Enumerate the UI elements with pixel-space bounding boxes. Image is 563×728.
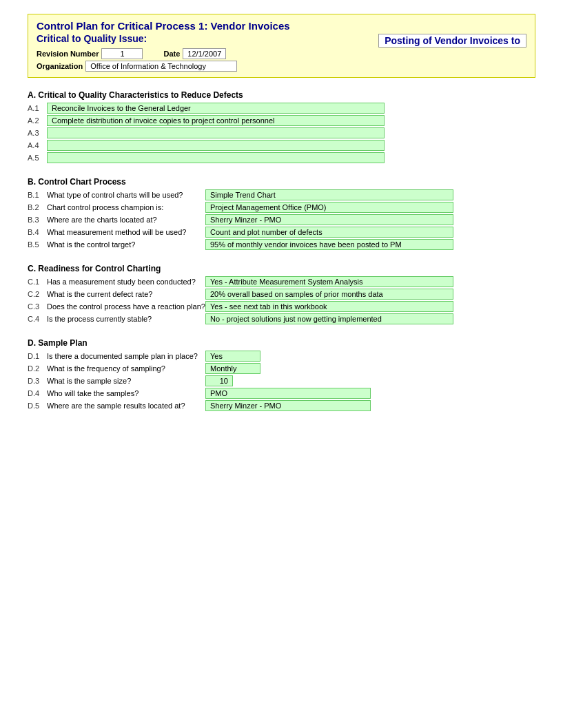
- list-item: D.3 What is the sample size? 10: [28, 375, 535, 386]
- main-title: Control Plan for Critical Process 1: Ven…: [37, 20, 526, 32]
- row-question: Who will take the samples?: [47, 389, 205, 397]
- row-answer: Sherry Minzer - PMO: [205, 400, 371, 411]
- row-id: B.3: [28, 216, 47, 224]
- row-answer: Project Management Office (PMO): [205, 202, 453, 213]
- row-answer: Simple Trend Chart: [205, 189, 453, 200]
- date-value: 12/1/2007: [183, 48, 226, 59]
- row-question: What type of control charts will be used…: [47, 191, 205, 199]
- list-item: A.3: [28, 127, 535, 138]
- row-question: Does the control process have a reaction…: [47, 302, 205, 311]
- row-question: Has a measurement study been conducted?: [47, 278, 205, 286]
- section-a-title: A. Critical to Quality Characteristics t…: [28, 90, 535, 100]
- section-b-title: B. Control Chart Process: [28, 177, 535, 187]
- row-answer: [47, 127, 385, 138]
- row-answer: Complete distribution of invoice copies …: [47, 115, 385, 126]
- row-question: Is the process currently stable?: [47, 315, 205, 323]
- row-answer: 10: [205, 375, 233, 386]
- row-answer: 20% overall based on samples of prior mo…: [205, 289, 453, 300]
- list-item: C.4 Is the process currently stable? No …: [28, 313, 535, 324]
- row-answer: [47, 140, 385, 151]
- list-item: A.1 Reconcile Invoices to the General Le…: [28, 103, 535, 114]
- row-question: What measurement method will be used?: [47, 228, 205, 236]
- row-id: B.1: [28, 191, 47, 199]
- row-id: D.3: [28, 377, 47, 385]
- row-answer: Yes - Attribute Measurement System Analy…: [205, 276, 453, 287]
- list-item: B.4 What measurement method will be used…: [28, 227, 535, 238]
- row-answer: Count and plot number of defects: [205, 227, 453, 238]
- date-label: Date: [163, 50, 180, 58]
- row-question: What is the current defect rate?: [47, 290, 205, 298]
- section-b: B. Control Chart Process B.1 What type o…: [28, 177, 535, 250]
- section-c: C. Readiness for Control Charting C.1 Ha…: [28, 264, 535, 324]
- row-id: D.5: [28, 402, 47, 410]
- list-item: A.5: [28, 152, 535, 163]
- row-id: B.5: [28, 240, 47, 249]
- row-id: B.2: [28, 203, 47, 211]
- section-c-title: C. Readiness for Control Charting: [28, 264, 535, 273]
- row-question: Chart control process champion is:: [47, 203, 205, 211]
- row-answer: Reconcile Invoices to the General Ledger: [47, 103, 385, 114]
- row-id: B.4: [28, 228, 47, 236]
- row-id: A.3: [28, 129, 47, 137]
- row-id: A.2: [28, 116, 47, 125]
- row-id: C.3: [28, 302, 47, 311]
- row-id: A.5: [28, 154, 47, 162]
- row-id: D.1: [28, 352, 47, 360]
- section-d-title: D. Sample Plan: [28, 338, 535, 348]
- row-answer: Monthly: [205, 363, 260, 374]
- row-answer: Yes: [205, 351, 260, 362]
- list-item: C.1 Has a measurement study been conduct…: [28, 276, 535, 287]
- header-meta: Revision Number 1 Date 12/1/2007: [37, 48, 526, 59]
- list-item: B.1 What type of control charts will be …: [28, 189, 535, 200]
- row-question: Where are the charts located at?: [47, 216, 205, 224]
- row-id: A.1: [28, 104, 47, 112]
- row-question: What is the frequency of sampling?: [47, 364, 205, 373]
- list-item: B.2 Chart control process champion is: P…: [28, 202, 535, 213]
- org-label: Organization: [37, 62, 83, 70]
- row-id: D.2: [28, 364, 47, 373]
- list-item: C.2 What is the current defect rate? 20%…: [28, 289, 535, 300]
- row-question: What is the control target?: [47, 240, 205, 249]
- list-item: A.4: [28, 140, 535, 151]
- revision-label: Revision Number: [37, 50, 99, 58]
- list-item: D.5 Where are the sample results located…: [28, 400, 535, 411]
- section-d: D. Sample Plan D.1 Is there a documented…: [28, 338, 535, 411]
- row-question: Is there a documented sample plan in pla…: [47, 352, 205, 360]
- row-answer: PMO: [205, 388, 371, 399]
- row-answer: [47, 152, 385, 163]
- row-id: C.4: [28, 315, 47, 323]
- row-answer: Yes - see next tab in this workbook: [205, 301, 453, 312]
- org-row: Organization Office of Information & Tec…: [37, 61, 526, 72]
- list-item: C.3 Does the control process have a reac…: [28, 301, 535, 312]
- row-id: C.2: [28, 290, 47, 298]
- header-box: Control Plan for Critical Process 1: Ven…: [28, 14, 535, 78]
- row-question: Where are the sample results located at?: [47, 402, 205, 410]
- row-answer: Sherry Minzer - PMO: [205, 214, 453, 225]
- row-answer: No - project solutions just now getting …: [205, 313, 453, 324]
- list-item: A.2 Complete distribution of invoice cop…: [28, 115, 535, 126]
- subtitle: Critical to Quality Issue:: [37, 33, 147, 44]
- section-a: A. Critical to Quality Characteristics t…: [28, 90, 535, 163]
- row-id: C.1: [28, 278, 47, 286]
- row-id: A.4: [28, 141, 47, 149]
- revision-value: 1: [101, 48, 143, 59]
- row-id: D.4: [28, 389, 47, 397]
- row-question: What is the sample size?: [47, 377, 205, 385]
- list-item: D.2 What is the frequency of sampling? M…: [28, 363, 535, 374]
- quality-issue-value: Posting of Vendor Invoices to: [378, 34, 526, 48]
- list-item: D.1 Is there a documented sample plan in…: [28, 351, 535, 362]
- org-value: Office of Information & Technology: [85, 61, 237, 72]
- list-item: D.4 Who will take the samples? PMO: [28, 388, 535, 399]
- list-item: B.5 What is the control target? 95% of m…: [28, 239, 535, 250]
- row-answer: 95% of monthly vendor invoices have been…: [205, 239, 453, 250]
- list-item: B.3 Where are the charts located at? She…: [28, 214, 535, 225]
